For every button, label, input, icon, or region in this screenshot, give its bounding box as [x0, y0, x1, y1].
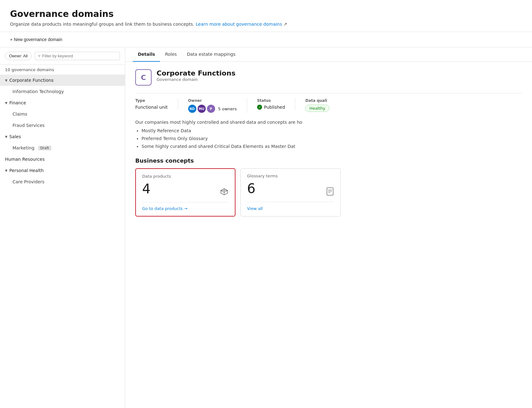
view-all-link[interactable]: View all — [247, 206, 263, 211]
description: Our companies most highly controlled and… — [135, 119, 522, 150]
description-intro: Our companies most highly controlled and… — [135, 120, 302, 125]
learn-more-link[interactable]: Learn more about governance domains — [196, 22, 282, 27]
health-badge: Healthy — [305, 105, 329, 112]
glossary-terms-card: Glossary terms 6 — [240, 168, 341, 217]
page-header: Governance domains Organize data product… — [0, 0, 532, 32]
chevron-down-icon: ▼ — [5, 101, 8, 105]
view-all-wrap: View all — [247, 202, 334, 211]
concepts-grid: Data products 4 G — [135, 168, 522, 217]
glossary-terms-label: Glossary terms — [247, 174, 334, 178]
description-bullet-3: Some highly curated and shared Critical … — [142, 143, 522, 150]
business-concepts-title: Business concepts — [135, 157, 522, 164]
sidebar-item-information-technology[interactable]: Information Technology — [0, 86, 125, 97]
tab-roles-label: Roles — [165, 52, 177, 57]
glossary-terms-icon — [326, 187, 334, 197]
external-link-icon: ↗ — [283, 22, 287, 27]
status-text: Published — [264, 105, 285, 110]
meta-col-quality: Data quali Healthy — [305, 98, 339, 112]
type-label: Type — [135, 98, 168, 103]
type-value: Functional unit — [135, 105, 168, 110]
new-domain-button[interactable]: + New governance domain — [10, 36, 62, 43]
tab-details-label: Details — [138, 52, 155, 57]
quality-label: Data quali — [305, 98, 329, 103]
page-title: Governance domains — [10, 9, 522, 19]
sidebar-item-label: Claims — [13, 112, 27, 117]
sidebar-item-claims[interactable]: Claims — [0, 108, 125, 120]
filter-input-wrap: ▿ — [35, 52, 120, 60]
description-list: Mostly Reference Data Preferred Terms On… — [142, 128, 522, 150]
domain-icon: C — [135, 69, 152, 86]
main-content: Owner: All ▿ 10 governance domains ▼ Cor… — [0, 47, 532, 408]
tab-details[interactable]: Details — [133, 47, 160, 62]
sidebar-item-sales[interactable]: ▼ Sales — [0, 131, 125, 142]
sidebar-item-label: Information Technology — [13, 89, 64, 94]
go-to-data-products-link[interactable]: Go to data products → — [142, 202, 229, 211]
tab-roles[interactable]: Roles — [160, 47, 182, 62]
sidebar-item-label: Sales — [9, 134, 21, 139]
filter-input[interactable] — [42, 54, 116, 58]
toolbar: + New governance domain — [0, 32, 532, 47]
sidebar-item-marketing[interactable]: Marketing Draft — [0, 142, 125, 154]
sidebar-item-label: Personal Health — [9, 168, 44, 173]
left-panel: Owner: All ▿ 10 governance domains ▼ Cor… — [0, 47, 125, 408]
domain-name: Corporate Functions — [157, 69, 235, 77]
meta-col-owner: Owner ND MU P 5 owners — [188, 98, 247, 113]
tab-data-estate-mappings[interactable]: Data estate mappings — [182, 47, 240, 62]
glossary-terms-count: 6 — [247, 181, 256, 196]
sidebar-item-label: Care Providers — [13, 179, 44, 184]
sidebar-item-label: Corporate Functions — [9, 78, 54, 83]
avatar-nd: ND — [188, 105, 196, 113]
tab-data-estate-mappings-label: Data estate mappings — [187, 52, 235, 57]
chevron-down-icon: ▼ — [5, 135, 8, 139]
chevron-down-icon: ▼ — [5, 79, 8, 82]
owners-count: 5 owners — [218, 107, 237, 111]
status-value: Published — [257, 105, 285, 110]
domain-count: 10 governance domains — [0, 65, 125, 75]
meta-col-type: Type Functional unit — [135, 98, 178, 110]
sidebar-item-label: Finance — [9, 100, 26, 105]
page-subtitle: Organize data products into meaningful g… — [10, 22, 522, 27]
data-products-count: 4 — [142, 181, 151, 196]
domain-header-info: Corporate Functions Governance domain — [157, 69, 235, 82]
avatar-p: P — [207, 105, 215, 113]
draft-badge: Draft — [38, 146, 51, 150]
subtitle-text: Organize data products into meaningful g… — [10, 22, 196, 27]
meta-col-status: Status Published — [257, 98, 295, 110]
data-products-label: Data products — [142, 174, 229, 179]
data-products-card: Data products 4 G — [135, 168, 235, 217]
sidebar-item-human-resources[interactable]: Human Resources — [0, 154, 125, 165]
filter-icon: ▿ — [38, 54, 40, 58]
domain-type-label: Governance domain — [157, 77, 235, 82]
sidebar-item-label: Fraud Services — [13, 123, 45, 128]
filter-bar: Owner: All ▿ — [0, 47, 125, 65]
avatar-mu: MU — [198, 105, 206, 113]
data-products-icon — [220, 187, 229, 198]
tabs-bar: Details Roles Data estate mappings — [125, 47, 532, 62]
status-dot-icon — [257, 105, 262, 110]
status-label: Status — [257, 98, 285, 103]
right-panel: Details Roles Data estate mappings C Cor… — [125, 47, 532, 408]
data-products-body: 4 — [142, 181, 229, 198]
description-bullet-1: Mostly Reference Data — [142, 128, 522, 134]
svg-rect-0 — [327, 188, 333, 195]
domain-list: ▼ Corporate Functions Information Techno… — [0, 75, 125, 408]
chevron-down-icon: ▼ — [5, 169, 8, 172]
glossary-terms-body: 6 — [247, 181, 334, 197]
owners-avatars: ND MU P 5 owners — [188, 105, 237, 113]
sidebar-item-label: Marketing — [13, 145, 34, 150]
domain-header: C Corporate Functions Governance domain — [135, 69, 522, 86]
detail-content: C Corporate Functions Governance domain … — [125, 62, 532, 224]
sidebar-item-finance[interactable]: ▼ Finance — [0, 97, 125, 108]
sidebar-item-fraud-services[interactable]: Fraud Services — [0, 120, 125, 131]
sidebar-item-label: Human Resources — [5, 157, 44, 162]
description-bullet-2: Preferred Terms Only Glossary — [142, 135, 522, 142]
sidebar-item-personal-health[interactable]: ▼ Personal Health — [0, 165, 125, 176]
owner-filter-button[interactable]: Owner: All — [5, 52, 32, 60]
owner-label: Owner — [188, 98, 237, 103]
sidebar-item-care-providers[interactable]: Care Providers — [0, 176, 125, 187]
meta-row: Type Functional unit Owner ND MU P 5 own… — [135, 93, 522, 113]
sidebar-item-corporate-functions[interactable]: ▼ Corporate Functions — [0, 75, 125, 86]
